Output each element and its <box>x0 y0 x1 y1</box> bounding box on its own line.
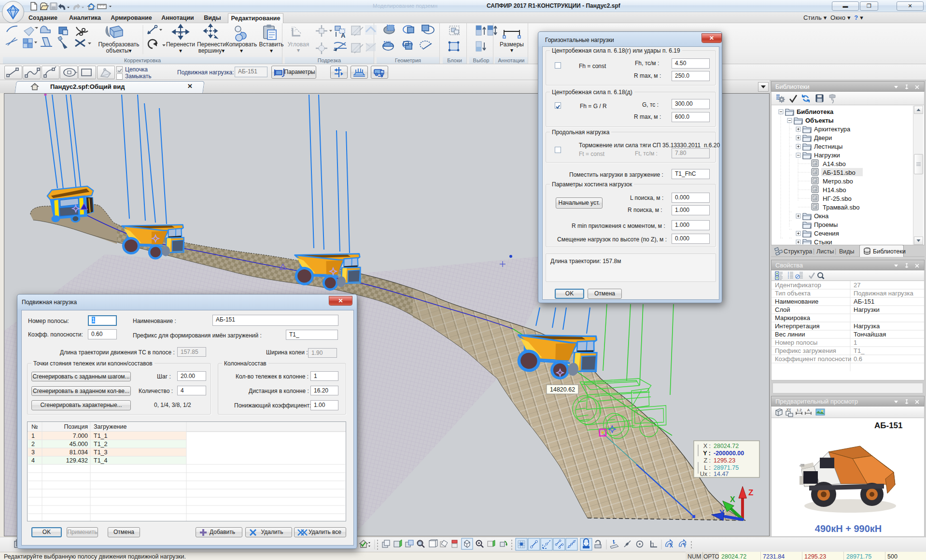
svg-text:28024.72: 28024.72 <box>714 443 739 449</box>
svg-text:45.000: 45.000 <box>70 441 88 448</box>
svg-text:Сечения: Сечения <box>814 230 839 237</box>
svg-text:Объекты: Объекты <box>805 117 834 124</box>
svg-text:1295.23: 1295.23 <box>714 457 735 464</box>
svg-text:3: 3 <box>31 449 35 456</box>
svg-text:Загружение: Загружение <box>94 423 126 430</box>
svg-text:XY: XY <box>786 408 791 411</box>
svg-text:Тип объекта: Тип объекта <box>775 290 811 297</box>
svg-text:вершину▾: вершину▾ <box>198 47 225 54</box>
svg-text:Идентификатор: Идентификатор <box>775 281 821 289</box>
svg-text:Нагрузки: Нагрузки <box>854 306 880 313</box>
svg-text:№: № <box>31 423 38 430</box>
svg-text:129.432: 129.432 <box>66 457 88 464</box>
svg-text:T1_4: T1_4 <box>94 457 108 464</box>
svg-text:X :: X : <box>703 443 711 449</box>
svg-text:7.000: 7.000 <box>73 433 88 439</box>
svg-text:81.034: 81.034 <box>70 449 88 456</box>
svg-text:Лестницы: Лестницы <box>814 143 842 150</box>
svg-text:Окна: Окна <box>814 212 829 220</box>
svg-text:L :: L : <box>704 464 711 471</box>
svg-text:Нагрузки: Нагрузки <box>814 152 840 159</box>
svg-text:1: 1 <box>854 339 857 346</box>
svg-text:НГ-25.sbo: НГ-25.sbo <box>823 195 852 202</box>
svg-text:14820.62: 14820.62 <box>550 386 575 393</box>
svg-text:Наименование: Наименование <box>775 298 818 305</box>
svg-text:1: 1 <box>31 433 35 439</box>
svg-text:объекты▾: объекты▾ <box>106 47 132 54</box>
svg-text:АБ-151: АБ-151 <box>854 298 874 305</box>
svg-text:Преобразовать: Преобразовать <box>98 41 139 48</box>
svg-text:27: 27 <box>854 281 860 289</box>
svg-text:Проемы: Проемы <box>814 221 838 228</box>
svg-text:0.6: 0.6 <box>854 355 862 363</box>
svg-text:АБ-151.sbo: АБ-151.sbo <box>823 169 856 176</box>
svg-text:▾: ▾ <box>270 47 273 54</box>
svg-text:Y :: Y : <box>703 450 711 457</box>
svg-text:▾: ▾ <box>297 47 300 54</box>
svg-text:Архитектура: Архитектура <box>814 126 851 133</box>
svg-text:▾: ▾ <box>179 47 182 54</box>
svg-text:Ux :: Ux : <box>700 471 711 477</box>
svg-text:Y: Y <box>719 509 725 517</box>
svg-text:T1_: T1_ <box>854 347 865 354</box>
svg-text:Перенести: Перенести <box>166 41 195 48</box>
svg-text:Метро.sbo: Метро.sbo <box>823 178 853 185</box>
svg-text:Подвижная нагрузка: Подвижная нагрузка <box>854 290 913 297</box>
svg-text:XY: XY <box>178 30 183 35</box>
svg-text:Вес линии: Вес линии <box>775 331 805 338</box>
svg-text:T1_1: T1_1 <box>94 433 108 439</box>
svg-text:T1_2: T1_2 <box>94 441 108 448</box>
svg-text:X: X <box>730 495 735 504</box>
svg-text:Маркировка: Маркировка <box>775 314 811 322</box>
svg-text:Трамвай.sbo: Трамвай.sbo <box>823 204 859 211</box>
svg-text:Y: Y <box>683 543 687 548</box>
svg-text:Библиотека: Библиотека <box>797 108 834 115</box>
svg-text:Номер полосы: Номер полосы <box>775 339 817 346</box>
svg-text:Коэффициент полосности: Коэффициент полосности <box>775 355 851 363</box>
svg-text:▾: ▾ <box>510 47 513 54</box>
svg-text:A14.sbo: A14.sbo <box>823 160 846 168</box>
svg-text:Н14.sbo: Н14.sbo <box>823 186 846 194</box>
svg-text:Нагрузка: Нагрузка <box>854 322 880 330</box>
svg-text:28971.75: 28971.75 <box>714 464 739 471</box>
svg-text:Тончайшая: Тончайшая <box>854 331 886 338</box>
svg-text:2: 2 <box>31 441 35 448</box>
svg-text:X: X <box>670 543 673 548</box>
svg-text:4: 4 <box>31 457 35 464</box>
svg-text:T1_3: T1_3 <box>94 449 108 456</box>
svg-text:Позиция: Позиция <box>64 423 88 430</box>
svg-text:Двери: Двери <box>814 134 832 141</box>
svg-text:Перенести: Перенести <box>197 41 226 48</box>
svg-text:Слой: Слой <box>775 306 790 313</box>
svg-text:Префикс загружения: Префикс загружения <box>775 347 836 354</box>
svg-text:Z: Z <box>748 488 753 497</box>
svg-text:▾: ▾ <box>240 47 243 54</box>
svg-text:Интерпретация: Интерпретация <box>775 322 820 330</box>
svg-text:А: А <box>341 32 346 39</box>
svg-text:1.2: 1.2 <box>797 408 801 412</box>
svg-text:14.47: 14.47 <box>714 471 729 477</box>
svg-text:Стыки: Стыки <box>814 238 832 244</box>
svg-text:Копировать: Копировать <box>226 41 257 48</box>
svg-text:A: A <box>807 408 810 412</box>
svg-text:-200000.00: -200000.00 <box>714 450 744 457</box>
svg-text:Вставить: Вставить <box>259 41 284 48</box>
svg-text:Z :: Z : <box>703 457 711 464</box>
